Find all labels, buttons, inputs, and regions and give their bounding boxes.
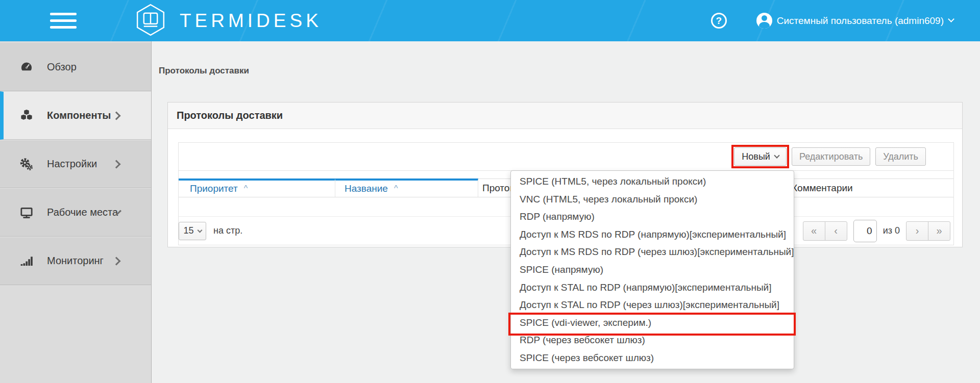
sidebar-item-overview[interactable]: Обзор — [0, 43, 151, 91]
menu-item-msrds-rdp-gateway[interactable]: Доступ к MS RDS по RDP (через шлюз)[эксп… — [511, 243, 794, 261]
new-button[interactable]: Новый — [734, 147, 787, 166]
per-page-label: на стр. — [213, 225, 242, 236]
sidebar-item-label: Настройки — [47, 158, 97, 170]
sort-asc-icon: ^ — [244, 184, 248, 193]
chevron-right-icon — [112, 160, 121, 168]
sidebar-item-settings[interactable]: Настройки — [0, 140, 151, 188]
monitoring-icon — [19, 254, 35, 268]
column-header-priority[interactable]: Приоритет ^ — [179, 178, 335, 197]
menu-item-spice-direct[interactable]: SPICE (напрямую) — [511, 261, 794, 279]
components-icon — [19, 109, 35, 122]
menu-item-msrds-rdp-direct[interactable]: Доступ к MS RDS по RDP (напрямую)[экспер… — [511, 226, 794, 244]
card-header: Протоколы доставки — [168, 103, 962, 129]
prev-page-button[interactable]: ‹ — [825, 221, 847, 241]
menu-item-vnc-html5-proxy[interactable]: VNC (HTML5, через локальный прокси) — [511, 191, 794, 209]
sidebar-item-components[interactable]: Компоненты — [0, 91, 151, 140]
top-bar: TERMIDESK ? Системный пользователь (admi… — [0, 0, 980, 41]
termidesk-logo-icon — [134, 3, 167, 39]
menu-item-spice-websocket[interactable]: SPICE (через вебсокет шлюз) — [511, 349, 794, 367]
first-page-button[interactable]: « — [803, 221, 825, 241]
sort-asc-icon: ^ — [394, 184, 398, 193]
sidebar-item-monitoring[interactable]: Мониторинг — [0, 237, 151, 285]
page-total-label: из 0 — [883, 225, 900, 236]
hamburger-menu-icon[interactable] — [50, 9, 77, 33]
breadcrumb: Протоколы доставки — [159, 66, 249, 76]
help-icon[interactable]: ? — [711, 13, 727, 29]
menu-item-stal-rdp-direct[interactable]: Доступ к STAL по RDP (напрямую)[эксперим… — [511, 278, 794, 296]
new-protocol-dropdown-menu: SPICE (HTML5, через локальный прокси) VN… — [510, 170, 794, 369]
page-number-input[interactable] — [853, 220, 877, 242]
sidebar: Обзор Компоненты — [0, 41, 152, 383]
menu-item-rdp-direct[interactable]: RDP (напрямую) — [511, 208, 794, 226]
user-menu[interactable]: Системный пользователь (admin609) — [777, 15, 944, 27]
toolbar: Новый Редактировать Удалить — [179, 143, 953, 171]
sidebar-item-workplaces[interactable]: Рабочие места — [0, 188, 151, 237]
user-avatar-icon — [756, 13, 772, 29]
delete-button[interactable]: Удалить — [875, 147, 926, 166]
last-page-button[interactable]: » — [928, 221, 950, 241]
chevron-right-icon — [112, 111, 121, 120]
sidebar-item-label: Мониторинг — [47, 255, 104, 267]
menu-item-spice-html5-proxy[interactable]: SPICE (HTML5, через локальный прокси) — [511, 173, 794, 191]
next-page-button[interactable]: › — [906, 221, 928, 241]
menu-item-rdp-websocket[interactable]: RDP (через вебсокет шлюз) — [511, 331, 794, 349]
annotation-box-new-button: Новый — [731, 145, 789, 168]
column-header-name[interactable]: Название ^ — [335, 178, 478, 197]
settings-icon — [19, 158, 35, 171]
menu-item-stal-rdp-gateway[interactable]: Доступ к STAL по RDP (через шлюз)[экспер… — [511, 296, 794, 314]
chevron-down-icon — [197, 227, 202, 233]
brand-wordmark: TERMIDESK — [180, 10, 322, 32]
termidesk-admin-page: TERMIDESK ? Системный пользователь (admi… — [0, 0, 980, 383]
pager: « ‹ из 0 › » — [803, 220, 950, 242]
sidebar-item-label: Компоненты — [47, 110, 111, 121]
topbar-right-group: ? Системный пользователь (admin609) — [711, 13, 953, 29]
card-title: Протоколы доставки — [177, 110, 283, 121]
column-header-comments[interactable]: Комментарии — [790, 178, 953, 197]
chevron-right-icon — [112, 257, 121, 265]
dashboard-icon — [19, 60, 35, 73]
per-page-select[interactable]: 15 — [179, 222, 206, 240]
sidebar-item-label: Рабочие места — [47, 207, 118, 218]
edit-button[interactable]: Редактировать — [792, 147, 870, 166]
menu-item-spice-vdi-viewer[interactable]: SPICE (vdi-viewer, эксперим.) — [511, 314, 794, 331]
chevron-down-icon — [948, 16, 954, 22]
workplaces-icon — [19, 206, 35, 219]
chevron-down-icon — [774, 152, 779, 158]
sidebar-item-label: Обзор — [47, 61, 77, 73]
